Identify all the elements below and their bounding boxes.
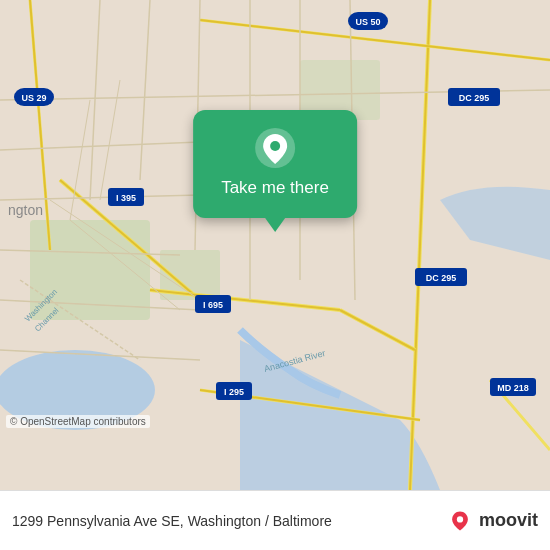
navigation-popup[interactable]: Take me there — [193, 110, 357, 218]
location-pin-icon — [253, 126, 297, 170]
svg-text:MD 218: MD 218 — [497, 383, 529, 393]
svg-text:DC 295: DC 295 — [426, 273, 457, 283]
svg-text:ngton: ngton — [8, 202, 43, 218]
moovit-logo: moovit — [449, 510, 538, 532]
svg-text:I 695: I 695 — [203, 300, 223, 310]
svg-text:US 29: US 29 — [21, 93, 46, 103]
map-attribution: © OpenStreetMap contributors — [6, 415, 150, 428]
moovit-brand-text: moovit — [479, 510, 538, 531]
svg-point-58 — [270, 141, 280, 151]
bottom-bar: 1299 Pennsylvania Ave SE, Washington / B… — [0, 490, 550, 550]
svg-text:DC 295: DC 295 — [459, 93, 490, 103]
take-me-there-label: Take me there — [221, 178, 329, 198]
svg-text:US 50: US 50 — [355, 17, 380, 27]
svg-point-59 — [457, 516, 463, 522]
map-container: I 395 I 695 DC 295 DC 295 US 50 US 29 I … — [0, 0, 550, 490]
address-text: 1299 Pennsylvania Ave SE, Washington / B… — [12, 513, 449, 529]
moovit-logo-icon — [449, 510, 471, 532]
svg-text:I 295: I 295 — [224, 387, 244, 397]
svg-text:I 395: I 395 — [116, 193, 136, 203]
